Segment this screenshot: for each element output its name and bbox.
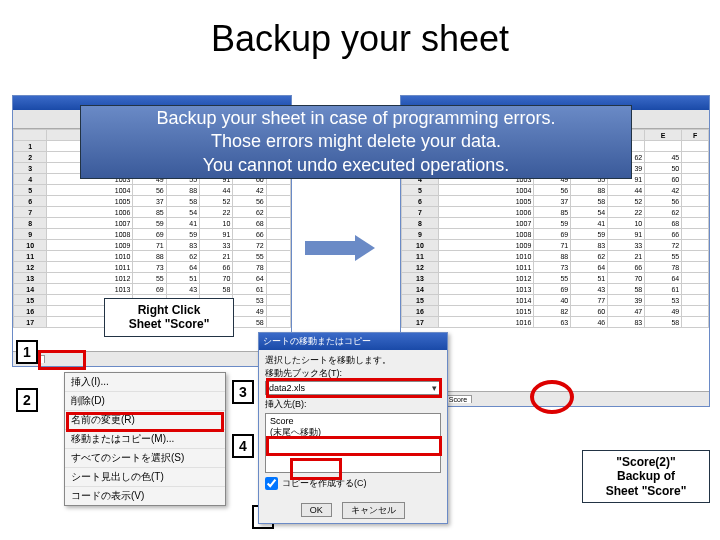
banner-line: Those errors might delete your data. xyxy=(81,130,631,153)
menu-item-insert[interactable]: 挿入(I)... xyxy=(65,373,225,392)
callout-line: Right Click xyxy=(113,303,225,317)
dialog-title: シートの移動またはコピー xyxy=(259,333,447,350)
list-item[interactable]: (末尾へ移動) xyxy=(268,426,438,439)
step-number-1: 1 xyxy=(16,340,38,364)
create-copy-label: コピーを作成する(C) xyxy=(282,477,367,490)
callout-line: Backup of xyxy=(591,469,701,483)
list-item[interactable]: Score xyxy=(268,416,438,426)
chevron-down-icon: ▾ xyxy=(432,383,437,393)
callout-line: Sheet "Score" xyxy=(591,484,701,498)
ok-button[interactable]: OK xyxy=(301,503,332,517)
book-dropdown[interactable]: data2.xls ▾ xyxy=(265,381,441,395)
arrow-right-icon xyxy=(305,235,375,261)
dialog-label: 挿入先(B): xyxy=(265,398,441,411)
dialog-label: 選択したシートを移動します。 xyxy=(265,354,441,367)
step-number-4: 4 xyxy=(232,434,254,458)
step-number-3: 3 xyxy=(232,380,254,404)
sheet-tab-score[interactable]: Score xyxy=(444,395,472,403)
sheet-context-menu: 挿入(I)... 削除(D) 名前の変更(R) 移動またはコピー(M)... す… xyxy=(64,372,226,506)
menu-item-delete[interactable]: 削除(D) xyxy=(65,392,225,411)
step-number-2: 2 xyxy=(16,388,38,412)
create-copy-checkbox[interactable]: コピーを作成する(C) xyxy=(265,477,441,490)
dialog-label: 移動先ブック名(T): xyxy=(265,367,441,380)
create-copy-checkbox-input[interactable] xyxy=(265,477,278,490)
banner-line: Backup your sheet in case of programming… xyxy=(81,107,631,130)
book-dropdown-value: data2.xls xyxy=(269,383,305,393)
banner-line: You cannot undo executed operations. xyxy=(81,154,631,177)
menu-item-view-code[interactable]: コードの表示(V) xyxy=(65,487,225,505)
menu-item-tab-color[interactable]: シート見出しの色(T) xyxy=(65,468,225,487)
menu-item-select-all[interactable]: すべてのシートを選択(S) xyxy=(65,449,225,468)
sheet-tabs-left: Score xyxy=(13,351,291,366)
move-copy-dialog: シートの移動またはコピー 選択したシートを移動します。 移動先ブック名(T): … xyxy=(258,332,448,524)
callout-right-click: Right Click Sheet "Score" xyxy=(104,298,234,337)
slide-title: Backup your sheet xyxy=(0,18,720,60)
instruction-banner: Backup your sheet in case of programming… xyxy=(80,105,632,179)
menu-item-rename[interactable]: 名前の変更(R) xyxy=(65,411,225,430)
callout-line: Sheet "Score" xyxy=(113,317,225,331)
insert-before-listbox[interactable]: Score (末尾へ移動) xyxy=(265,413,441,473)
callout-backup: "Score(2)" Backup of Sheet "Score" xyxy=(582,450,710,503)
cancel-button[interactable]: キャンセル xyxy=(342,502,405,519)
menu-item-move-copy[interactable]: 移動またはコピー(M)... xyxy=(65,430,225,449)
callout-line: "Score(2)" xyxy=(591,455,701,469)
